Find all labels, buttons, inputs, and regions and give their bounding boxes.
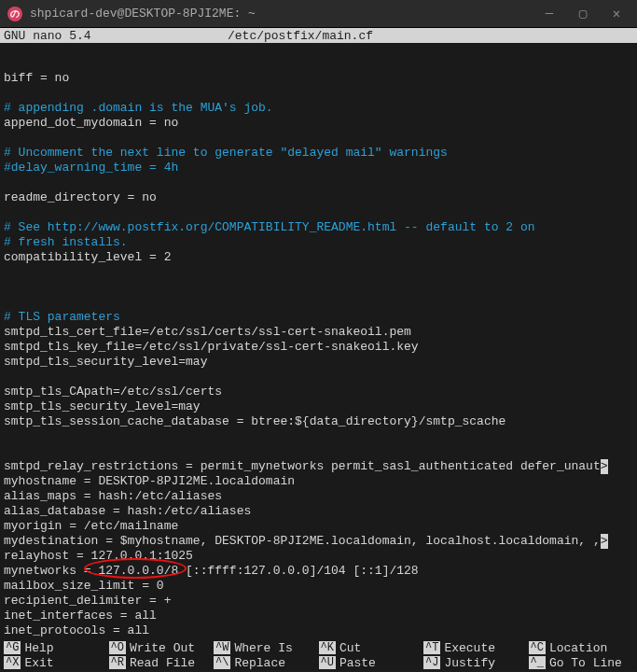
editor-line[interactable] [4, 295, 633, 310]
editor-line[interactable]: smtpd_tls_key_file=/etc/ssl/private/ssl-… [4, 340, 633, 355]
shortcut-key: ^W [214, 641, 230, 654]
footer-shortcut[interactable]: ^TExecute [423, 640, 529, 655]
editor-line[interactable]: smtpd_relay_restrictions = permit_mynetw… [4, 459, 633, 474]
editor-line[interactable]: smtp_tls_session_cache_database = btree:… [4, 414, 633, 429]
editor-line[interactable]: # fresh installs. [4, 235, 633, 250]
shortcut-key: ^_ [529, 656, 546, 669]
nano-footer: ^GHelp^XExit^OWrite Out^RRead File^WWher… [0, 640, 637, 670]
editor-line[interactable]: #delay_warning_time = 4h [4, 161, 633, 175]
close-button[interactable]: ✕ [607, 6, 626, 21]
editor-line[interactable] [4, 280, 633, 295]
shortcut-key: ^K [319, 641, 336, 654]
shortcut-label: Replace [234, 656, 285, 670]
editor-line[interactable]: inet_protocols = all [4, 623, 633, 638]
shortcut-key: ^G [4, 641, 21, 654]
editor-line[interactable]: alias_database = hash:/etc/aliases [4, 504, 633, 519]
footer-column: ^TExecute^JJustify [423, 640, 529, 670]
footer-column: ^GHelp^XExit [4, 640, 109, 670]
editor-line[interactable]: # appending .domain is the MUA's job. [4, 101, 633, 116]
continuation-marker: > [601, 534, 608, 549]
editor-line[interactable] [4, 175, 633, 190]
editor-line[interactable]: myhostname = DESKTOP-8PJI2ME.localdomain [4, 474, 633, 489]
editor-line[interactable]: mydestination = $myhostname, DESKTOP-8PJ… [4, 534, 633, 549]
editor-line[interactable]: mynetworks = 127.0.0.0/8 [::ffff:127.0.0… [4, 564, 633, 579]
nano-header: GNU nano 5.4 /etc/postfix/main.cf [0, 28, 637, 43]
footer-shortcut[interactable]: ^WWhere Is [214, 640, 319, 655]
titlebar: の shpicard-dev@DESKTOP-8PJI2ME: ~ — ▢ ✕ [0, 0, 637, 28]
editor-line[interactable] [4, 131, 633, 146]
shortcut-label: Read File [130, 656, 195, 670]
editor-line[interactable] [4, 265, 633, 280]
shortcut-key: ^J [423, 656, 440, 669]
window-controls: — ▢ ✕ [540, 6, 626, 21]
shortcut-label: Justify [444, 656, 495, 670]
footer-shortcut[interactable]: ^OWrite Out [109, 640, 215, 655]
editor-line[interactable] [4, 205, 633, 220]
shortcut-key: ^O [109, 641, 126, 654]
shortcut-label: Location [549, 641, 607, 655]
shortcut-key: ^X [4, 656, 21, 669]
editor-line[interactable]: smtpd_tls_cert_file=/etc/ssl/certs/ssl-c… [4, 325, 633, 340]
editor-line[interactable] [4, 638, 633, 640]
footer-column: ^OWrite Out^RRead File [109, 640, 215, 670]
editor-line[interactable]: # See http://www.postfix.org/COMPATIBILI… [4, 220, 633, 235]
editor-line[interactable]: smtp_tls_security_level=may [4, 399, 633, 414]
editor-line[interactable] [4, 370, 633, 385]
editor-line[interactable] [4, 86, 633, 101]
editor-line[interactable] [4, 429, 633, 444]
footer-column: ^CLocation^_Go To Line [529, 640, 634, 670]
editor-line[interactable]: inet_interfaces = all [4, 609, 633, 623]
footer-shortcut[interactable]: ^GHelp [4, 640, 109, 655]
nano-filename: /etc/postfix/main.cf [228, 29, 633, 43]
editor-line[interactable]: compatibility_level = 2 [4, 250, 633, 265]
footer-shortcut[interactable]: ^XExit [4, 655, 109, 670]
footer-column: ^WWhere Is^\Replace [214, 640, 319, 670]
editor-line[interactable]: myorigin = /etc/mailname [4, 519, 633, 534]
editor-line[interactable]: relayhost = 127.0.0.1:1025 [4, 549, 633, 564]
editor-line[interactable]: mailbox_size_limit = 0 [4, 579, 633, 594]
footer-shortcut[interactable]: ^_Go To Line [529, 655, 634, 670]
shortcut-key: ^T [423, 641, 440, 654]
editor-line[interactable]: alias_maps = hash:/etc/aliases [4, 489, 633, 504]
editor-line[interactable] [4, 444, 633, 459]
footer-shortcut[interactable]: ^UPaste [319, 655, 424, 670]
editor-area[interactable]: biff = no# appending .domain is the MUA'… [0, 43, 637, 640]
shortcut-key: ^C [529, 641, 546, 654]
footer-shortcut[interactable]: ^RRead File [109, 655, 215, 670]
shortcut-label: Exit [24, 656, 53, 670]
editor-line[interactable]: smtp_tls_CApath=/etc/ssl/certs [4, 385, 633, 399]
editor-line[interactable]: # Uncomment the next line to generate "d… [4, 146, 633, 161]
footer-column: ^KCut^UPaste [319, 640, 424, 670]
app-icon: の [7, 7, 22, 21]
shortcut-label: Where Is [234, 641, 292, 655]
minimize-button[interactable]: — [540, 6, 559, 21]
editor-line[interactable]: readme_directory = no [4, 190, 633, 205]
shortcut-label: Cut [339, 641, 361, 655]
nano-version: GNU nano 5.4 [4, 29, 228, 43]
continuation-marker: > [601, 459, 608, 474]
shortcut-key: ^R [109, 656, 126, 669]
shortcut-label: Execute [444, 641, 495, 655]
footer-shortcut[interactable]: ^JJustify [423, 655, 529, 670]
footer-shortcut[interactable]: ^KCut [319, 640, 424, 655]
editor-line[interactable]: biff = no [4, 71, 633, 86]
maximize-button[interactable]: ▢ [574, 6, 592, 21]
editor-line[interactable]: # TLS parameters [4, 310, 633, 325]
shortcut-key: ^\ [214, 656, 230, 669]
editor-line[interactable]: append_dot_mydomain = no [4, 116, 633, 131]
shortcut-label: Go To Line [549, 656, 622, 670]
footer-shortcut[interactable]: ^\Replace [214, 655, 319, 670]
window-title: shpicard-dev@DESKTOP-8PJI2ME: ~ [30, 7, 540, 21]
footer-shortcut[interactable]: ^CLocation [529, 640, 634, 655]
shortcut-label: Help [24, 641, 53, 655]
shortcut-key: ^U [319, 656, 336, 669]
shortcut-label: Paste [339, 656, 376, 670]
shortcut-label: Write Out [130, 641, 195, 655]
editor-line[interactable]: smtpd_tls_security_level=may [4, 355, 633, 370]
editor-line[interactable]: recipient_delimiter = + [4, 594, 633, 609]
